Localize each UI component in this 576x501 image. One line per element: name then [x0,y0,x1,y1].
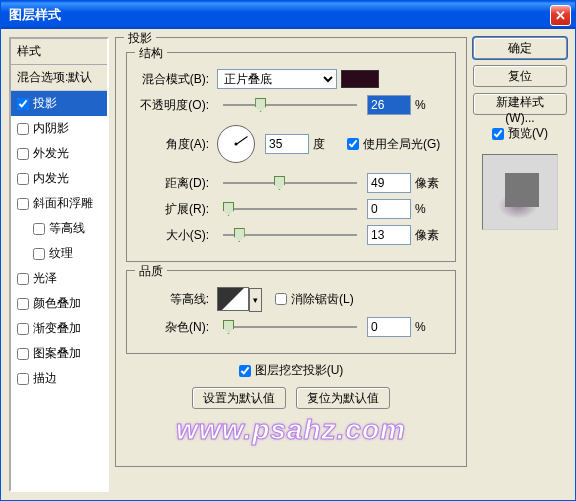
style-checkbox[interactable] [17,323,29,335]
styles-header: 样式 [11,39,107,65]
style-label: 光泽 [33,270,57,287]
noise-label: 杂色(N): [137,319,213,336]
contour-picker[interactable]: ▾ [217,287,249,311]
noise-slider[interactable] [223,319,357,335]
spread-label: 扩展(R): [137,201,213,218]
style-label: 内发光 [33,170,69,187]
structure-legend: 结构 [135,45,167,62]
style-label: 斜面和浮雕 [33,195,93,212]
new-style-button[interactable]: 新建样式(W)... [473,93,567,115]
spread-unit: % [415,202,445,216]
shadow-color-swatch[interactable] [341,70,379,88]
distance-input[interactable] [367,173,411,193]
style-checkbox[interactable] [17,148,29,160]
blend-mode-select[interactable]: 正片叠底 [217,69,337,89]
titlebar: 图层样式 ✕ [1,1,575,29]
style-item-7[interactable]: 光泽 [11,266,107,291]
angle-input[interactable] [265,134,309,154]
style-label: 投影 [33,95,57,112]
style-item-6[interactable]: 纹理 [11,241,107,266]
style-label: 渐变叠加 [33,320,81,337]
quality-legend: 品质 [135,263,167,280]
style-label: 内阴影 [33,120,69,137]
style-item-4[interactable]: 斜面和浮雕 [11,191,107,216]
set-default-button[interactable]: 设置为默认值 [192,387,286,409]
cancel-button[interactable]: 复位 [473,65,567,87]
style-checkbox[interactable] [33,248,45,260]
style-checkbox[interactable] [17,348,29,360]
style-checkbox[interactable] [17,123,29,135]
global-light-checkbox[interactable]: 使用全局光(G) [347,136,440,153]
style-item-11[interactable]: 描边 [11,366,107,391]
style-checkbox[interactable] [17,273,29,285]
preview-thumbnail [482,154,558,230]
style-label: 纹理 [49,245,73,262]
styles-panel: 样式 混合选项:默认 投影内阴影外发光内发光斜面和浮雕等高线纹理光泽颜色叠加渐变… [9,37,109,492]
blending-options-item[interactable]: 混合选项:默认 [11,65,107,91]
reset-default-button[interactable]: 复位为默认值 [296,387,390,409]
window-title: 图层样式 [5,6,61,24]
chevron-down-icon: ▾ [253,295,258,305]
structure-group: 结构 混合模式(B): 正片叠底 不透明度(O): % [126,52,456,262]
size-unit: 像素 [415,227,445,244]
style-item-1[interactable]: 内阴影 [11,116,107,141]
style-label: 颜色叠加 [33,295,81,312]
preview-checkbox[interactable]: 预览(V) [473,125,567,142]
size-input[interactable] [367,225,411,245]
style-label: 等高线 [49,220,85,237]
contour-label: 等高线: [137,291,213,308]
style-checkbox[interactable] [17,98,29,110]
size-slider[interactable] [223,227,357,243]
opacity-slider[interactable] [223,97,357,113]
style-item-2[interactable]: 外发光 [11,141,107,166]
anti-alias-checkbox[interactable]: 消除锯齿(L) [275,291,354,308]
angle-dial[interactable] [217,125,255,163]
distance-label: 距离(D): [137,175,213,192]
knockout-checkbox[interactable]: 图层挖空投影(U) [239,362,344,379]
distance-unit: 像素 [415,175,445,192]
style-checkbox[interactable] [17,373,29,385]
style-item-3[interactable]: 内发光 [11,166,107,191]
spread-input[interactable] [367,199,411,219]
style-label: 图案叠加 [33,345,81,362]
action-buttons: 确定 复位 新建样式(W)... 预览(V) [473,37,567,492]
size-label: 大小(S): [137,227,213,244]
style-item-8[interactable]: 颜色叠加 [11,291,107,316]
angle-label: 角度(A): [137,136,213,153]
noise-input[interactable] [367,317,411,337]
style-label: 外发光 [33,145,69,162]
style-item-10[interactable]: 图案叠加 [11,341,107,366]
style-item-9[interactable]: 渐变叠加 [11,316,107,341]
distance-slider[interactable] [223,175,357,191]
style-item-5[interactable]: 等高线 [11,216,107,241]
opacity-input[interactable] [367,95,411,115]
close-button[interactable]: ✕ [550,5,571,26]
style-checkbox[interactable] [17,173,29,185]
blend-mode-label: 混合模式(B): [137,71,213,88]
layer-style-dialog: 图层样式 ✕ 样式 混合选项:默认 投影内阴影外发光内发光斜面和浮雕等高线纹理光… [0,0,576,501]
angle-unit: 度 [313,136,343,153]
opacity-label: 不透明度(O): [137,97,213,114]
style-label: 描边 [33,370,57,387]
style-checkbox[interactable] [33,223,45,235]
quality-group: 品质 等高线: ▾ 消除锯齿(L) 杂色(N): [126,270,456,354]
opacity-unit: % [415,98,445,112]
style-checkbox[interactable] [17,298,29,310]
ok-button[interactable]: 确定 [473,37,567,59]
styles-list: 混合选项:默认 投影内阴影外发光内发光斜面和浮雕等高线纹理光泽颜色叠加渐变叠加图… [11,65,107,490]
drop-shadow-group: 投影 结构 混合模式(B): 正片叠底 不透明度(O): % [115,37,467,467]
settings-panel: 投影 结构 混合模式(B): 正片叠底 不透明度(O): % [115,37,467,492]
noise-unit: % [415,320,445,334]
style-item-0[interactable]: 投影 [11,91,107,116]
spread-slider[interactable] [223,201,357,217]
style-checkbox[interactable] [17,198,29,210]
